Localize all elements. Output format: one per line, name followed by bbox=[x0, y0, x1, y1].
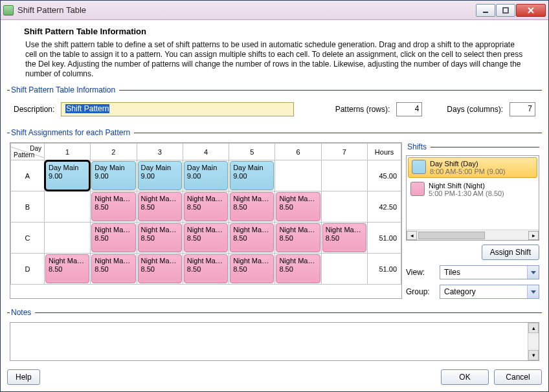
cancel-button[interactable]: Cancel bbox=[494, 369, 542, 385]
shifts-hscroll[interactable]: ◂ ▸ bbox=[407, 230, 539, 240]
minimize-button[interactable] bbox=[476, 4, 495, 17]
maximize-button[interactable] bbox=[496, 4, 515, 17]
svg-marker-4 bbox=[531, 271, 536, 274]
assignments-group: Shift Assignments for each Pattern DayPa… bbox=[7, 128, 542, 301]
grid-cell[interactable]: Night Ma…8.50 bbox=[321, 223, 367, 254]
titlebar[interactable]: Shift Pattern Table bbox=[1, 1, 548, 20]
notes-legend: Notes bbox=[10, 308, 35, 317]
assignments-legend: Shift Assignments for each Pattern bbox=[10, 128, 134, 137]
view-combo[interactable]: Tiles bbox=[440, 265, 539, 279]
grid-cell[interactable]: Night Ma…8.50 bbox=[275, 191, 321, 223]
grid-cell-empty[interactable] bbox=[45, 223, 91, 254]
day-header: 3 bbox=[137, 144, 183, 160]
pattern-grid[interactable]: DayPattern1234567HoursADay Main9.00Day M… bbox=[10, 142, 402, 299]
footer: Help OK Cancel bbox=[1, 365, 548, 391]
info-legend: Shift Pattern Table Information bbox=[10, 85, 119, 94]
close-button[interactable] bbox=[516, 4, 546, 17]
grid-cell[interactable]: Night Ma…8.50 bbox=[137, 191, 183, 223]
notes-vscroll[interactable]: ▴ ▾ bbox=[528, 323, 539, 360]
chevron-down-icon bbox=[527, 266, 539, 279]
scroll-right-icon[interactable]: ▸ bbox=[528, 231, 539, 240]
help-button[interactable]: Help bbox=[7, 369, 40, 385]
grid-cell[interactable]: Day Main9.00 bbox=[229, 160, 275, 191]
day-header: 6 bbox=[275, 144, 321, 160]
grid-cell[interactable]: Night Ma…8.50 bbox=[91, 223, 137, 254]
pattern-header: B bbox=[11, 191, 45, 223]
day-header: 2 bbox=[91, 144, 137, 160]
pattern-header: D bbox=[11, 254, 45, 285]
group-combo[interactable]: Category bbox=[440, 285, 539, 299]
grid-cell[interactable]: Night Ma…8.50 bbox=[229, 223, 275, 254]
grid-cell-empty[interactable] bbox=[275, 160, 321, 191]
assign-shift-button[interactable]: Assign Shift bbox=[482, 245, 539, 260]
grid-corner: DayPattern bbox=[11, 144, 45, 160]
description-label: Description: bbox=[14, 105, 54, 114]
grid-cell[interactable]: Night Ma…8.50 bbox=[183, 191, 229, 223]
hours-cell: 42.50 bbox=[368, 191, 401, 223]
patterns-label: Patterns (rows): bbox=[335, 105, 390, 114]
pattern-header: A bbox=[11, 160, 45, 191]
app-icon bbox=[3, 5, 14, 16]
shift-subtitle: 5:00 PM-1:30 AM (8.50) bbox=[429, 190, 504, 197]
grid-cell[interactable]: Day Main9.00 bbox=[183, 160, 229, 191]
grid-cell-empty[interactable] bbox=[45, 191, 91, 223]
shifts-group: Shifts Day Shift (Day)8:00 AM-5:00 PM (9… bbox=[406, 142, 539, 241]
grid-cell[interactable]: Night Ma…8.50 bbox=[183, 254, 229, 285]
grid-cell[interactable]: Night Ma…8.50 bbox=[229, 191, 275, 223]
notes-textarea[interactable]: ▴ ▾ bbox=[10, 322, 539, 361]
hours-cell: 45.00 bbox=[368, 160, 401, 191]
page-heading: Shift Pattern Table Information bbox=[24, 27, 542, 36]
grid-cell[interactable]: Night Ma…8.50 bbox=[275, 223, 321, 254]
grid-cell[interactable]: Night Ma…8.50 bbox=[137, 223, 183, 254]
scroll-up-icon[interactable]: ▴ bbox=[528, 323, 539, 333]
day-header: 5 bbox=[229, 144, 275, 160]
grid-cell[interactable]: Day Main9.00 bbox=[45, 160, 91, 191]
shifts-list[interactable]: Day Shift (Day)8:00 AM-5:00 PM (9.00)Nig… bbox=[406, 155, 539, 241]
shift-item[interactable]: Night Shift (Night)5:00 PM-1:30 AM (8.50… bbox=[407, 179, 539, 200]
scroll-down-icon[interactable]: ▾ bbox=[528, 350, 539, 360]
hours-cell: 51.00 bbox=[368, 254, 401, 285]
svg-marker-5 bbox=[531, 290, 536, 294]
shift-swatch-icon bbox=[410, 182, 425, 196]
shift-subtitle: 8:00 AM-5:00 PM (9.00) bbox=[430, 168, 506, 175]
grid-cell[interactable]: Night Ma…8.50 bbox=[45, 254, 91, 285]
pattern-header: C bbox=[11, 223, 45, 254]
info-group: Shift Pattern Table Information Descript… bbox=[7, 85, 542, 122]
svg-rect-1 bbox=[503, 8, 508, 13]
grid-cell[interactable]: Night Ma…8.50 bbox=[91, 254, 137, 285]
ok-button[interactable]: OK bbox=[441, 369, 489, 385]
shift-swatch-icon bbox=[412, 160, 426, 174]
grid-cell[interactable]: Night Ma…8.50 bbox=[183, 223, 229, 254]
grid-cell[interactable]: Day Main9.00 bbox=[137, 160, 183, 191]
view-label: View: bbox=[406, 268, 434, 277]
hours-cell: 51.00 bbox=[368, 223, 401, 254]
grid-cell-empty[interactable] bbox=[321, 191, 367, 223]
shift-title: Day Shift (Day) bbox=[430, 160, 506, 168]
grid-cell[interactable]: Night Ma…8.50 bbox=[275, 254, 321, 285]
grid-cell[interactable]: Day Main9.00 bbox=[91, 160, 137, 191]
chevron-down-icon bbox=[527, 285, 539, 298]
day-header: 7 bbox=[321, 144, 367, 160]
notes-group: Notes ▴ ▾ bbox=[7, 308, 542, 364]
page-intro: Use the shift pattern table to define a … bbox=[25, 40, 524, 79]
grid-cell-empty[interactable] bbox=[321, 160, 367, 191]
day-header: 4 bbox=[183, 144, 229, 160]
grid-cell[interactable]: Night Ma…8.50 bbox=[137, 254, 183, 285]
days-input[interactable]: 7 bbox=[510, 102, 535, 116]
grid-cell-empty[interactable] bbox=[321, 254, 367, 285]
window: Shift Pattern Table Shift Pattern Table … bbox=[0, 0, 549, 392]
window-title: Shift Pattern Table bbox=[17, 5, 86, 15]
hours-header: Hours bbox=[368, 144, 401, 160]
shift-title: Night Shift (Night) bbox=[429, 182, 504, 190]
scroll-left-icon[interactable]: ◂ bbox=[407, 231, 417, 240]
group-label: Group: bbox=[406, 287, 434, 296]
shift-item[interactable]: Day Shift (Day)8:00 AM-5:00 PM (9.00) bbox=[408, 157, 537, 178]
grid-cell[interactable]: Night Ma…8.50 bbox=[91, 191, 137, 223]
grid-cell[interactable]: Night Ma…8.50 bbox=[229, 254, 275, 285]
shifts-legend: Shifts bbox=[406, 142, 431, 151]
patterns-input[interactable]: 4 bbox=[396, 102, 422, 116]
days-label: Days (columns): bbox=[447, 105, 503, 114]
description-input[interactable]: Shift Pattern bbox=[61, 102, 294, 116]
day-header: 1 bbox=[45, 144, 91, 160]
